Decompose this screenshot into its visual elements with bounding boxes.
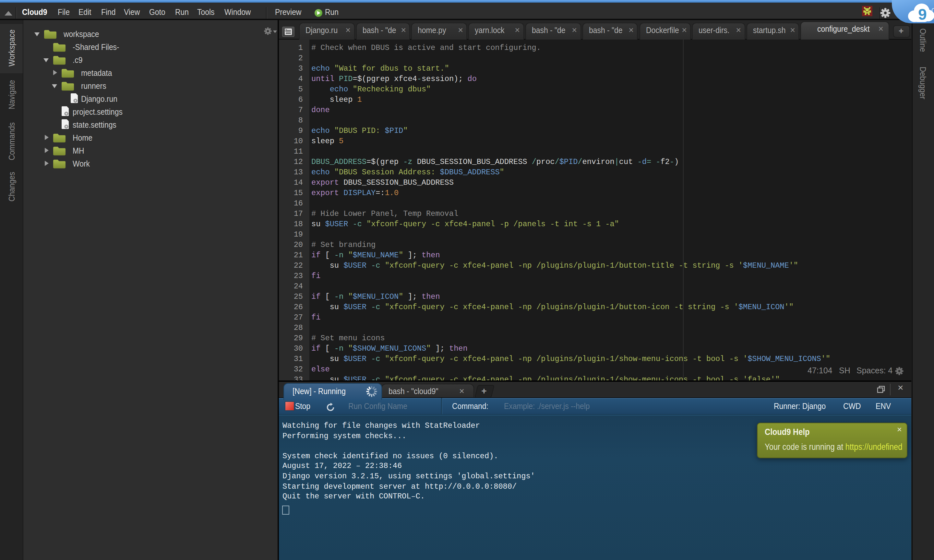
svg-text:9: 9: [918, 6, 927, 23]
